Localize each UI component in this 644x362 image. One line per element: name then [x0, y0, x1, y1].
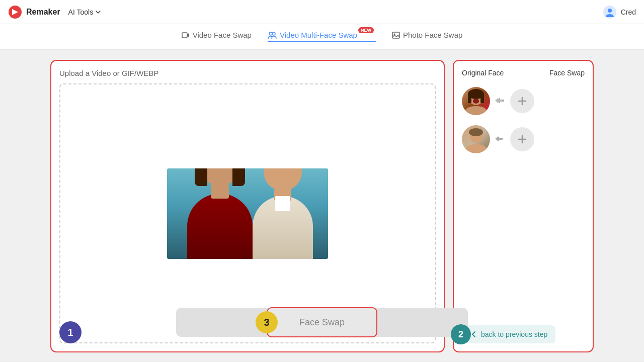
tab-video-face-swap-label: Video Face Swap [193, 31, 252, 39]
tab-video-face-swap[interactable]: Video Face Swap [182, 31, 252, 42]
upload-label: Upload a Video or GIF/WEBP [59, 69, 436, 77]
bottom-bar: 3 Face Swap [176, 308, 468, 337]
face-row-1 [462, 85, 585, 117]
svg-point-4 [269, 32, 272, 35]
face-row-2 [462, 123, 585, 155]
users-icon [268, 31, 277, 39]
step-1-badge: 1 [59, 321, 82, 343]
tab-photo-face-swap[interactable]: Photo Face Swap [392, 31, 462, 42]
header-right: Cred [603, 5, 636, 19]
uploaded-image [167, 168, 328, 259]
svg-rect-3 [182, 33, 187, 38]
face-avatar-1 [462, 87, 490, 115]
svg-point-14 [469, 128, 483, 136]
face-swap-btn-label: Face Swap [299, 317, 345, 328]
face-add-btn-2[interactable] [510, 127, 534, 151]
image-preview [167, 168, 328, 259]
bottom-action-bar: 3 Face Swap [0, 308, 644, 337]
svg-point-2 [608, 9, 612, 13]
original-face-label: Original Face [462, 69, 504, 77]
step-2-badge: 2 [451, 324, 471, 344]
new-badge: NEW [358, 27, 374, 33]
person2-body [253, 173, 313, 259]
remaker-logo [8, 5, 22, 19]
face-swap-label: Face Swap [549, 69, 585, 77]
faces-header: Original Face Face Swap [462, 69, 585, 77]
person1-body [187, 171, 253, 259]
ai-tools-label: AI Tools [68, 8, 94, 16]
svg-rect-10 [468, 94, 471, 103]
svg-point-7 [393, 33, 395, 35]
face-arrow-1 [494, 96, 506, 107]
tab-photo-face-swap-label: Photo Face Swap [403, 31, 462, 39]
chevron-down-icon [95, 9, 101, 15]
video-icon [182, 31, 190, 39]
face-add-btn-1[interactable] [510, 89, 534, 113]
image-icon [392, 31, 400, 39]
header-left: Remaker AI Tools [8, 5, 105, 19]
face-swap-main-button[interactable]: Face Swap [267, 307, 377, 337]
credits-button[interactable]: Cred [621, 8, 636, 16]
face-avatar-2 [462, 125, 490, 153]
ai-tools-button[interactable]: AI Tools [64, 6, 106, 18]
tab-bar: Video Face Swap Video Multi-Face Swap NE… [0, 24, 644, 49]
tab-video-multi-face-swap[interactable]: Video Multi-Face Swap NEW [268, 31, 376, 42]
svg-rect-11 [480, 94, 484, 103]
svg-point-5 [272, 32, 275, 35]
step-3-badge: 3 [256, 311, 278, 333]
app-name: Remaker [26, 8, 60, 17]
face-swap-btn-container: 3 Face Swap [267, 307, 377, 337]
face-arrow-2 [494, 134, 506, 145]
upload-area[interactable] [59, 83, 436, 343]
tab-video-multi-face-swap-label: Video Multi-Face Swap [280, 31, 357, 39]
user-icon [603, 5, 617, 19]
header: Remaker AI Tools Cred [0, 0, 644, 24]
